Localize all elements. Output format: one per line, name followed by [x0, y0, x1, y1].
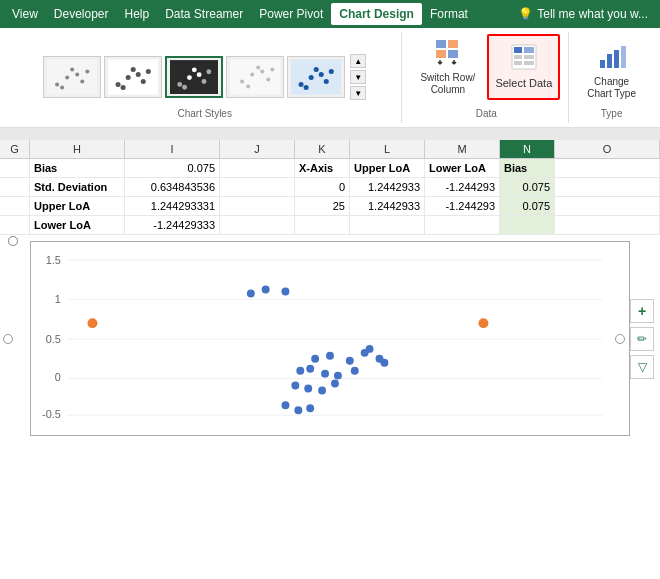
cell-l3[interactable]: 1.2442933 — [350, 197, 425, 215]
type-group: ChangeChart Type Type — [571, 32, 652, 123]
svg-point-37 — [324, 79, 329, 84]
cell-l2[interactable]: 1.2442933 — [350, 178, 425, 196]
svg-point-76 — [380, 359, 388, 367]
chart-style-4[interactable] — [226, 56, 284, 98]
svg-rect-54 — [621, 46, 626, 68]
select-data-icon — [510, 43, 538, 75]
chart-styles-button[interactable]: ✏ — [630, 327, 654, 351]
cell-l1[interactable]: Upper LoA — [350, 159, 425, 177]
svg-point-73 — [346, 357, 354, 365]
scroll-up-btn[interactable]: ▲ — [350, 54, 366, 68]
svg-point-85 — [331, 380, 339, 388]
cell-j1[interactable] — [220, 159, 295, 177]
cell-n2[interactable]: 0.075 — [500, 178, 555, 196]
chart-style-2[interactable] — [104, 56, 162, 98]
svg-point-2 — [65, 75, 69, 79]
cell-k3[interactable]: 25 — [295, 197, 350, 215]
cell-o4[interactable] — [555, 216, 660, 234]
menu-format[interactable]: Format — [422, 3, 476, 25]
svg-rect-24 — [230, 59, 280, 94]
cell-j2[interactable] — [220, 178, 295, 196]
cell-o1[interactable] — [555, 159, 660, 177]
cell-m3[interactable]: -1.244293 — [425, 197, 500, 215]
svg-point-81 — [351, 367, 359, 375]
cell-o2[interactable] — [555, 178, 660, 196]
svg-rect-16 — [170, 60, 219, 94]
add-chart-element-button[interactable]: + — [630, 299, 654, 323]
svg-point-25 — [240, 80, 244, 84]
svg-point-77 — [296, 367, 304, 375]
chart-styles-group: ▲ ▼ ▼ Chart Styles — [8, 32, 402, 123]
chart-svg[interactable]: 1.5 1 0.5 0 -0.5 — [30, 241, 630, 436]
svg-text:1: 1 — [55, 293, 61, 305]
svg-rect-8 — [108, 59, 158, 94]
chart-style-1[interactable] — [43, 56, 101, 98]
svg-rect-45 — [514, 47, 522, 53]
cell-i1[interactable]: 0.075 — [125, 159, 220, 177]
svg-point-17 — [177, 82, 182, 87]
cell-h1[interactable]: Bias — [30, 159, 125, 177]
chart-filters-button[interactable]: ▽ — [630, 355, 654, 379]
chart-styles-row: ▲ ▼ ▼ — [43, 54, 366, 100]
cell-h2[interactable]: Std. Deviation — [30, 178, 125, 196]
menu-help[interactable]: Help — [117, 3, 158, 25]
svg-point-3 — [60, 86, 64, 90]
cell-h4[interactable]: Lower LoA — [30, 216, 125, 234]
chart-style-5[interactable] — [287, 56, 345, 98]
svg-point-10 — [126, 75, 131, 80]
svg-rect-32 — [291, 59, 341, 94]
cell-k2[interactable]: 0 — [295, 178, 350, 196]
svg-rect-51 — [600, 60, 605, 68]
cell-j4[interactable] — [220, 216, 295, 234]
cell-k1[interactable]: X-Axis — [295, 159, 350, 177]
menu-developer[interactable]: Developer — [46, 3, 117, 25]
menu-view[interactable]: View — [4, 3, 46, 25]
cell-m2[interactable]: -1.244293 — [425, 178, 500, 196]
cell-m4[interactable] — [425, 216, 500, 234]
col-header-j: J — [220, 140, 295, 158]
svg-point-39 — [329, 69, 334, 74]
cell-n3[interactable]: 0.075 — [500, 197, 555, 215]
col-headers: G H I J K L M N O — [0, 140, 660, 159]
cell-j3[interactable] — [220, 197, 295, 215]
resize-handle-mr[interactable] — [615, 334, 625, 344]
switch-row-col-button[interactable]: Switch Row/Column — [412, 34, 483, 100]
svg-point-22 — [192, 67, 197, 72]
cell-m1[interactable]: Lower LoA — [425, 159, 500, 177]
data-group: Switch Row/Column Select Data — [404, 32, 569, 123]
svg-rect-42 — [436, 50, 446, 58]
resize-handle-ml[interactable] — [3, 334, 13, 344]
svg-point-66 — [478, 318, 488, 328]
svg-point-79 — [321, 370, 329, 378]
resize-handle-tr[interactable] — [8, 236, 18, 246]
svg-text:0.5: 0.5 — [46, 333, 61, 345]
tell-me-input[interactable]: 💡 Tell me what you w... — [510, 3, 656, 25]
scroll-down-btn[interactable]: ▼ — [350, 70, 366, 84]
cell-n4[interactable] — [500, 216, 555, 234]
menu-power-pivot[interactable]: Power Pivot — [251, 3, 331, 25]
cell-i4[interactable]: -1.24429333 — [125, 216, 220, 234]
cell-i2[interactable]: 0.634843536 — [125, 178, 220, 196]
menu-bar: View Developer Help Data Streamer Power … — [0, 0, 660, 28]
svg-point-84 — [318, 387, 326, 395]
cell-h3[interactable]: Upper LoA — [30, 197, 125, 215]
svg-text:0: 0 — [55, 371, 61, 383]
change-chart-type-button[interactable]: ChangeChart Type — [579, 38, 644, 104]
cell-l4[interactable] — [350, 216, 425, 234]
svg-text:-0.5: -0.5 — [42, 408, 61, 420]
cell-i3[interactable]: 1.244293331 — [125, 197, 220, 215]
col-header-l: L — [350, 140, 425, 158]
chart-style-3[interactable] — [165, 56, 223, 98]
scroll-more-btn[interactable]: ▼ — [350, 86, 366, 100]
svg-rect-41 — [448, 40, 458, 48]
select-data-button[interactable]: Select Data — [487, 34, 560, 100]
select-data-label: Select Data — [495, 77, 552, 90]
cell-o3[interactable] — [555, 197, 660, 215]
cell-k4[interactable] — [295, 216, 350, 234]
spreadsheet: G H I J K L M N O Bias 0.075 X-Axis Uppe… — [0, 140, 660, 235]
menu-chart-design[interactable]: Chart Design — [331, 3, 422, 25]
menu-data-streamer[interactable]: Data Streamer — [157, 3, 251, 25]
svg-rect-46 — [524, 47, 534, 53]
cell-n1[interactable]: Bias — [500, 159, 555, 177]
svg-rect-43 — [448, 50, 458, 58]
